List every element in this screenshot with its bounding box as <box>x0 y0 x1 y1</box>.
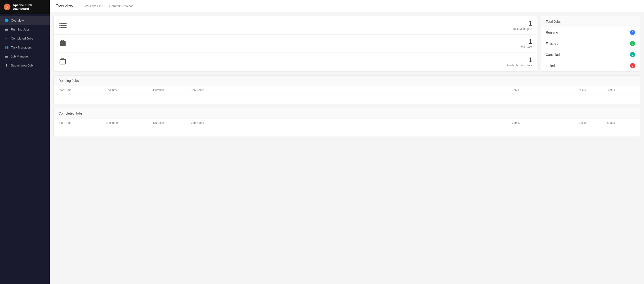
sidebar-item-completed-jobs[interactable]: ✓ Completed Jobs <box>0 34 50 43</box>
total-jobs-header: Total Jobs <box>541 16 640 27</box>
total-jobs-finished-row: Finished 0 <box>541 38 640 49</box>
completed-jobs-empty <box>54 127 640 136</box>
sidebar-item-task-managers[interactable]: 👥 Task Managers <box>0 43 50 52</box>
running-jobs-table-header: Start Time End Time Duration Job Name Jo… <box>54 86 640 94</box>
running-jobs-section: Running Jobs Start Time End Time Duratio… <box>54 75 640 104</box>
submit-job-icon: ⬆ <box>4 64 8 67</box>
completed-jobs-section: Completed Jobs Start Time End Time Durat… <box>54 108 640 137</box>
task-managers-label: Task Managers <box>513 27 532 30</box>
completed-jobs-col-status: Status <box>607 121 635 124</box>
finished-badge: 0 <box>630 41 635 46</box>
task-managers-icon: 👥 <box>4 46 8 49</box>
total-jobs-running-row: Running 0 <box>541 27 640 38</box>
sidebar-item-running-jobs[interactable]: ☰ Running Jobs <box>0 25 50 34</box>
sidebar-item-submit-job[interactable]: ⬆ Submit new Job <box>0 61 50 70</box>
total-jobs-canceled-row: Canceled 0 <box>541 49 640 60</box>
svg-rect-4 <box>59 25 61 26</box>
failed-badge: 0 <box>630 63 635 68</box>
sidebar-logo: ⚡ Apache Flink Dashboard <box>0 0 50 14</box>
sidebar-item-job-manager[interactable]: ☰ Job Manager <box>0 52 50 61</box>
sidebar-item-running-jobs-label: Running Jobs <box>11 28 30 31</box>
app-container: ⚡ Apache Flink Dashboard 🌐 Overview ☰ Ru… <box>0 0 644 284</box>
total-jobs-failed-row: Failed 0 <box>541 60 640 71</box>
completed-jobs-col-job-id: Job ID <box>512 121 578 124</box>
failed-label: Failed <box>546 64 555 68</box>
completed-jobs-col-tasks: Tasks <box>578 121 607 124</box>
main-content: Overview Version: 1.8.1 Commit: 7297bac <box>50 0 644 284</box>
version-meta: Version: 1.8.1 <box>85 4 104 8</box>
available-slots-value: 1 <box>528 56 532 63</box>
svg-rect-5 <box>59 27 61 28</box>
running-jobs-col-tasks: Tasks <box>578 88 607 92</box>
sidebar: ⚡ Apache Flink Dashboard 🌐 Overview ☰ Ru… <box>0 0 50 284</box>
job-manager-icon: ☰ <box>4 54 8 58</box>
svg-rect-9 <box>60 60 66 64</box>
sidebar-item-task-managers-label: Task Managers <box>11 46 32 49</box>
sidebar-item-completed-jobs-label: Completed Jobs <box>11 37 33 40</box>
available-slots-stat-right: 1 Available Task Slots <box>71 56 532 67</box>
completed-jobs-icon: ✓ <box>4 36 8 40</box>
flink-logo-icon: ⚡ <box>4 4 10 10</box>
sidebar-item-overview-label: Overview <box>11 19 24 22</box>
sidebar-logo-text: Apache Flink Dashboard <box>13 3 46 10</box>
task-managers-stat: 1 Task Managers <box>54 16 537 34</box>
running-jobs-icon: ☰ <box>4 28 8 31</box>
completed-jobs-col-duration: Duration <box>153 121 191 124</box>
svg-rect-7 <box>61 40 62 42</box>
running-jobs-empty <box>54 94 640 104</box>
stats-row: 1 Task Managers <box>54 16 640 72</box>
completed-jobs-col-start-time: Start Time <box>58 121 106 124</box>
sidebar-nav: 🌐 Overview ☰ Running Jobs ✓ Completed Jo… <box>0 14 50 70</box>
overview-icon: 🌐 <box>4 18 8 22</box>
svg-rect-6 <box>60 41 66 46</box>
commit-meta: Commit: 7297bac <box>110 4 134 8</box>
task-slots-value: 1 <box>528 38 532 45</box>
task-slots-stat-icon <box>58 39 67 48</box>
available-slots-stat-icon <box>58 58 67 66</box>
main-header: Overview Version: 1.8.1 Commit: 7297bac <box>50 0 644 12</box>
available-slots-label: Available Task Slots <box>507 64 532 67</box>
task-slots-label: Task Slots <box>519 46 532 49</box>
finished-label: Finished <box>546 42 558 46</box>
running-label: Running <box>546 30 558 34</box>
sidebar-item-job-manager-label: Job Manager <box>11 55 29 58</box>
running-badge: 0 <box>630 30 635 35</box>
completed-jobs-table-header: Start Time End Time Duration Job Name Jo… <box>54 119 640 127</box>
task-slots-stat-right: 1 Task Slots <box>71 38 532 49</box>
page-title: Overview <box>56 4 79 8</box>
content-area: 1 Task Managers <box>50 12 644 284</box>
total-jobs-card: Total Jobs Running 0 Finished 0 Canceled… <box>541 16 640 72</box>
running-jobs-section-header: Running Jobs <box>54 76 640 86</box>
task-manager-stat-icon <box>58 21 67 30</box>
available-task-slots-stat: 1 Available Task Slots <box>54 53 537 71</box>
canceled-badge: 0 <box>630 52 635 57</box>
completed-jobs-section-header: Completed Jobs <box>54 108 640 119</box>
sidebar-item-submit-job-label: Submit new Job <box>11 64 33 67</box>
sidebar-item-overview[interactable]: 🌐 Overview <box>0 16 50 25</box>
running-jobs-col-status: Status <box>607 88 635 92</box>
running-jobs-col-start-time: Start Time <box>58 88 106 92</box>
completed-jobs-col-end-time: End Time <box>106 121 153 124</box>
stats-card: 1 Task Managers <box>54 16 537 72</box>
task-managers-value: 1 <box>528 20 532 27</box>
task-managers-stat-right: 1 Task Managers <box>71 20 532 30</box>
svg-rect-8 <box>63 40 64 42</box>
task-slots-stat: 1 Task Slots <box>54 34 537 53</box>
completed-jobs-col-job-name: Job Name <box>191 121 512 124</box>
canceled-label: Canceled <box>546 53 560 56</box>
running-jobs-col-job-id: Job ID <box>512 88 578 92</box>
running-jobs-col-job-name: Job Name <box>191 88 512 92</box>
running-jobs-col-duration: Duration <box>153 88 191 92</box>
svg-rect-3 <box>59 23 61 24</box>
running-jobs-col-end-time: End Time <box>106 88 153 92</box>
